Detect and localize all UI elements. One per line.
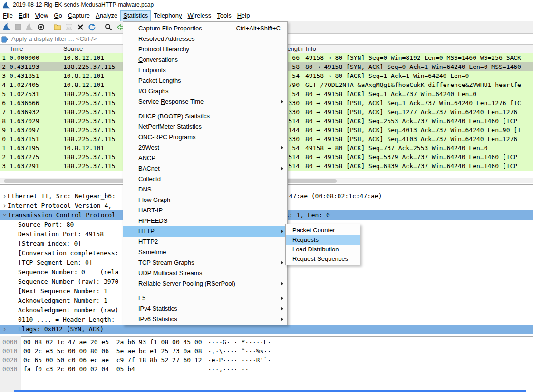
menubar-item[interactable]: View xyxy=(32,10,51,21)
hex-bytes[interactable]: fa f0 c3 2c 00 00 02 04 05 b4 xyxy=(23,364,135,373)
display-filter-input[interactable]: Apply a display filter … <Ctrl-/> xyxy=(11,34,97,44)
hex-bytes[interactable]: 00 08 02 1c 47 ae 20 e5 2a b6 93 f1 08 0… xyxy=(23,337,202,346)
save-file-icon[interactable]: 010 xyxy=(65,23,73,31)
menubar-item[interactable]: Telephony xyxy=(151,10,184,21)
hex-bytes[interactable]: 00 2c e3 5c 00 00 80 06 5e ae bc e1 25 7… xyxy=(23,346,202,355)
menubar-item[interactable]: Edit xyxy=(16,10,32,21)
open-file-icon[interactable] xyxy=(53,23,62,31)
submenu-item-label: Load Distribution xyxy=(292,246,339,253)
packet-info: 80 → 49158 [PSH, ACK] Seq=1 Ack=737 Win=… xyxy=(305,98,521,107)
bookmark-icon[interactable] xyxy=(1,36,8,45)
column-header[interactable]: Info xyxy=(306,45,316,53)
packet-no: 7 xyxy=(1,107,6,116)
menu-item-label: IPv4 Statistics xyxy=(138,305,177,312)
menu-item[interactable]: HTTP xyxy=(123,226,287,237)
column-header[interactable]: Source xyxy=(63,45,83,53)
expander-icon[interactable] xyxy=(2,325,8,334)
packet-no: 1 xyxy=(1,53,6,62)
menu-item[interactable]: Endpoints xyxy=(123,65,287,76)
restart-capture-icon[interactable] xyxy=(25,23,34,31)
menu-item[interactable]: TCP Stream Graphs xyxy=(123,258,287,268)
menu-item[interactable]: IPv4 Statistics xyxy=(123,304,287,314)
packet-time: 1.027531 xyxy=(10,89,39,98)
menu-item[interactable]: Capture File Properties Ctrl+Alt+Shift+C xyxy=(123,23,287,34)
menu-item[interactable]: Collectd xyxy=(123,174,287,184)
find-packet-icon[interactable] xyxy=(104,23,113,31)
hex-row[interactable]: 0010 00 2c e3 5c 00 00 80 06 5e ae bc e1… xyxy=(0,346,533,355)
submenu-item[interactable]: Load Distribution xyxy=(286,245,360,254)
close-file-icon[interactable] xyxy=(76,23,85,31)
hex-ascii[interactable]: ···,···· ·· xyxy=(208,364,249,373)
menu-item[interactable]: F5 xyxy=(123,293,287,304)
hex-row[interactable]: 0020 0c 65 00 50 c0 06 ec ae c9 7f 18 8b… xyxy=(0,355,533,364)
hex-offset: 0010 xyxy=(2,346,17,355)
menu-item[interactable]: Service Response Time xyxy=(123,96,287,107)
menu-item[interactable]: IPv6 Statistics xyxy=(123,314,287,325)
menu-item[interactable]: NetPerfMeter Statistics xyxy=(123,122,287,132)
submenu-arrow-icon xyxy=(281,296,283,300)
column-header[interactable]: Time xyxy=(10,45,23,53)
packet-source: 188.225.37.115 xyxy=(63,116,116,125)
menu-item[interactable]: Reliable Server Pooling (RSerPool) xyxy=(123,278,287,289)
capture-options-icon[interactable] xyxy=(37,23,45,31)
menubar-item[interactable]: Wireless xyxy=(185,10,214,21)
packet-time: 0.431851 xyxy=(10,71,39,80)
menu-item-label: Sametime xyxy=(138,249,166,256)
column-separator xyxy=(6,45,6,53)
packet-source: 10.8.12.101 xyxy=(63,80,104,89)
menu-item-label: HART-IP xyxy=(138,207,163,214)
hex-row[interactable]: 0030 fa f0 c3 2c 00 00 02 04 05 b4 ···,·… xyxy=(0,364,533,373)
submenu-item[interactable]: Requests xyxy=(286,235,360,245)
menubar-item[interactable]: Analyze xyxy=(93,10,120,21)
menu-item[interactable]: HPFEEDS xyxy=(123,216,287,226)
menu-item-label: Service Response Time xyxy=(138,98,204,105)
menu-item[interactable]: Flow Graph xyxy=(123,195,287,205)
menu-item-label: HPFEEDS xyxy=(138,217,167,224)
pane-splitter[interactable] xyxy=(0,335,533,335)
detail-text: 0110 .... = Header Length: xyxy=(18,315,115,325)
menu-item-label: Endpoints xyxy=(138,67,166,74)
menubar-item[interactable]: Tools xyxy=(214,10,234,21)
packet-source: 188.225.37.115 xyxy=(63,107,116,116)
menu-item[interactable]: DNS xyxy=(123,184,287,195)
submenu-item[interactable]: Packet Counter xyxy=(286,226,360,235)
menu-item-label: BACnet xyxy=(138,165,160,172)
window-title: 2019-08-12-Rig-EK-sends-MedusaHTTP-malwa… xyxy=(13,1,154,8)
menu-item[interactable]: Protocol Hierarchy xyxy=(123,44,287,55)
menu-item[interactable]: Packet Lengths xyxy=(123,76,287,86)
menu-item-label: DHCP (BOOTP) Statistics xyxy=(138,113,210,120)
menu-item[interactable]: ONC-RPC Programs xyxy=(123,132,287,143)
hex-ascii[interactable]: ····G· · *·····E· xyxy=(208,337,271,346)
menu-item[interactable]: ANCP xyxy=(123,153,287,163)
start-capture-icon[interactable] xyxy=(2,23,11,31)
hex-row[interactable]: 0000 00 08 02 1c 47 ae 20 e5 2a b6 93 f1… xyxy=(0,337,533,346)
menu-item[interactable]: I/O Graphs xyxy=(123,86,287,96)
menu-item[interactable]: DHCP (BOOTP) Statistics xyxy=(123,111,287,122)
reload-file-icon[interactable] xyxy=(87,23,96,31)
submenu-arrow-icon xyxy=(281,317,283,321)
menu-item[interactable]: UDP Multicast Streams xyxy=(123,268,287,278)
menu-item[interactable]: HART-IP xyxy=(123,205,287,216)
packet-detail-row[interactable]: Flags: 0x012 (SYN, ACK) xyxy=(0,325,533,334)
menu-item[interactable]: BACnet xyxy=(123,163,287,174)
menu-item[interactable]: HTTP2 xyxy=(123,237,287,247)
menubar-item[interactable]: Go xyxy=(51,10,65,21)
submenu-item[interactable]: Request Sequences xyxy=(286,254,360,264)
submenu-arrow-icon xyxy=(281,146,283,150)
menubar-item[interactable]: Statistics xyxy=(120,10,151,21)
submenu-item-label: Packet Counter xyxy=(292,227,335,234)
packet-no: 2 xyxy=(1,62,6,71)
svg-text:010: 010 xyxy=(67,26,71,29)
hex-bytes[interactable]: 0c 65 00 50 c0 06 ec ae c9 7f 18 8b 52 2… xyxy=(23,355,202,364)
menu-item[interactable]: 29West xyxy=(123,143,287,153)
menubar-item[interactable]: Help xyxy=(234,10,253,21)
stop-capture-icon[interactable] xyxy=(14,23,22,31)
menu-item[interactable]: Conversations xyxy=(123,55,287,65)
menubar-item[interactable]: File xyxy=(0,10,16,21)
menu-item[interactable]: Resolved Addresses xyxy=(123,34,287,44)
hex-ascii[interactable]: ·,·\···· ^···%s·· xyxy=(208,346,271,355)
hex-ascii[interactable]: ·e·P···· ····R'`· xyxy=(208,355,271,364)
menubar-item[interactable]: Capture xyxy=(65,10,93,21)
menu-item[interactable]: Sametime xyxy=(123,247,287,258)
detail-text: Sequence Number (raw): 3970 xyxy=(18,277,118,287)
